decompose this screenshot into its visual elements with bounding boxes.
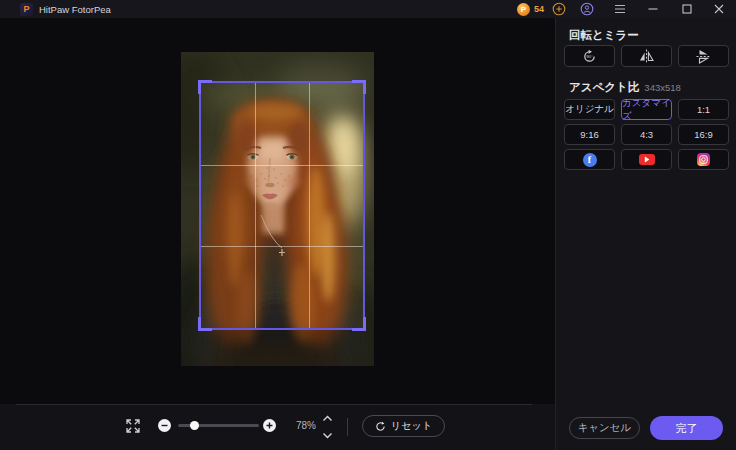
account-button[interactable]	[580, 2, 594, 16]
aspect-4-3-button[interactable]: 4:3	[621, 124, 672, 145]
toolbar-vertical-divider	[347, 418, 348, 436]
titlebar: P HitPaw FotorPea P 54	[0, 0, 736, 18]
zoom-percent-value: 78%	[286, 420, 316, 431]
aspect-1-1-button[interactable]: 1:1	[678, 99, 729, 120]
editor-canvas	[0, 18, 555, 404]
app-window: P HitPaw FotorPea P 54	[0, 0, 736, 450]
hamburger-icon	[614, 4, 626, 14]
photo	[181, 52, 374, 366]
reset-label: リセット	[391, 419, 432, 433]
aspect-facebook-button[interactable]: f	[564, 149, 615, 170]
crop-handle-bottom-right[interactable]	[352, 317, 366, 331]
reset-button[interactable]: リセット	[362, 415, 445, 437]
maximize-button[interactable]	[682, 4, 692, 14]
aspect-youtube-button[interactable]	[621, 149, 672, 170]
zoom-stepper	[320, 415, 334, 439]
rotate-90-button[interactable]: 90°	[564, 45, 615, 67]
crop-gridline	[309, 83, 310, 328]
zoom-in-button[interactable]	[263, 419, 276, 432]
flip-vertical-icon	[695, 48, 712, 65]
side-panel: 回転とミラー 90°	[555, 18, 736, 450]
close-icon	[714, 4, 724, 14]
aspect-section-title: アスペクト比343x518	[569, 80, 681, 95]
refresh-icon	[375, 421, 386, 432]
app-logo-icon: P	[20, 3, 33, 16]
coins-balance-button[interactable]: P 54	[517, 3, 544, 16]
minimize-icon	[648, 4, 658, 14]
plus-circle-icon	[552, 2, 566, 16]
minimize-button[interactable]	[648, 4, 658, 14]
stepper-up-button[interactable]	[320, 415, 334, 422]
crop-size-value: 343x518	[644, 82, 680, 93]
close-button[interactable]	[714, 4, 724, 14]
chevron-up-icon	[322, 415, 333, 422]
fit-screen-icon	[125, 418, 141, 434]
app-title: HitPaw FotorPea	[39, 4, 111, 15]
rotate-section-title: 回転とミラー	[569, 28, 639, 43]
aspect-customize-button[interactable]: カスタマイズ	[621, 99, 672, 120]
flip-horizontal-button[interactable]	[621, 45, 672, 67]
bottom-toolbar: 78% リセット	[0, 404, 555, 450]
maximize-icon	[682, 4, 692, 14]
flip-vertical-button[interactable]	[678, 45, 729, 67]
coin-icon: P	[517, 3, 530, 16]
panel-footer: キャンセル 完了	[556, 414, 736, 450]
zoom-slider-handle[interactable]	[190, 421, 199, 430]
cancel-button[interactable]: キャンセル	[569, 417, 640, 439]
menu-button[interactable]	[614, 4, 626, 14]
crop-handle-bottom-left[interactable]	[198, 317, 212, 331]
user-circle-icon	[580, 2, 594, 16]
coin-count: 54	[534, 4, 544, 14]
aspect-instagram-button[interactable]	[678, 149, 729, 170]
done-button[interactable]: 完了	[650, 416, 723, 440]
chevron-down-icon	[322, 432, 333, 439]
crop-gridline	[201, 246, 363, 247]
youtube-icon	[639, 154, 655, 165]
plus-icon	[265, 421, 274, 430]
rotate-90-icon: 90°	[581, 48, 598, 65]
aspect-9-16-button[interactable]: 9:16	[564, 124, 615, 145]
facebook-icon: f	[583, 153, 597, 167]
crop-handle-top-left[interactable]	[198, 80, 212, 94]
minus-icon	[160, 421, 169, 430]
zoom-slider[interactable]	[178, 424, 259, 427]
stepper-down-button[interactable]	[320, 432, 334, 439]
add-coins-button[interactable]	[552, 2, 566, 16]
instagram-icon	[697, 153, 710, 166]
crop-box[interactable]	[199, 81, 365, 330]
aspect-16-9-button[interactable]: 16:9	[678, 124, 729, 145]
svg-text:90°: 90°	[586, 54, 593, 59]
zoom-out-button[interactable]	[158, 419, 171, 432]
fit-screen-button[interactable]	[124, 417, 142, 435]
toolbar-divider	[16, 404, 532, 405]
crop-handle-top-right[interactable]	[352, 80, 366, 94]
aspect-original-button[interactable]: オリジナル	[564, 99, 615, 120]
crop-gridline	[255, 83, 256, 328]
flip-horizontal-icon	[638, 48, 655, 65]
crop-gridline	[201, 165, 363, 166]
